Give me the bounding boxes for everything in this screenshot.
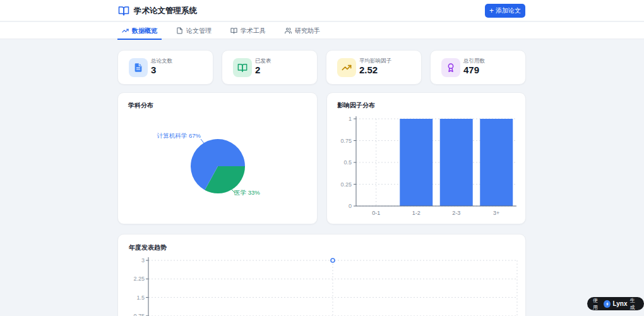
add-paper-label: 添加论文	[496, 6, 521, 15]
trending-up-icon	[337, 58, 356, 77]
tab-academic-tools[interactable]: 学术工具	[226, 22, 270, 39]
badge-prefix: 使用	[593, 297, 601, 311]
tab-bar: 数据概览 论文管理 学术工具 研究助手	[0, 22, 644, 39]
svg-text:3: 3	[141, 257, 145, 264]
yearly-trend-card: 年度发表趋势 32.251.50.75	[117, 234, 526, 316]
svg-text:1.5: 1.5	[136, 295, 145, 301]
page-title: 学术论文管理系统	[134, 0, 197, 21]
tab-research-assistant[interactable]: 研究助手	[280, 22, 325, 39]
pie-slice-label-cs: 计算机科学 67%	[118, 132, 201, 140]
svg-text:1-2: 1-2	[412, 210, 420, 216]
svg-text:0-1: 0-1	[372, 210, 380, 216]
svg-text:0.5: 0.5	[343, 159, 352, 166]
add-paper-button[interactable]: + 添加论文	[485, 4, 525, 18]
svg-text:1: 1	[349, 116, 352, 122]
svg-text:3+: 3+	[493, 210, 499, 216]
subject-pie-chart[interactable]	[118, 93, 318, 225]
svg-text:0.75: 0.75	[340, 138, 352, 144]
book-open-icon	[230, 27, 237, 34]
svg-text:0.25: 0.25	[340, 181, 352, 188]
stat-value: 3	[151, 64, 156, 75]
users-icon	[285, 27, 292, 34]
tab-data-overview[interactable]: 数据概览	[117, 22, 162, 39]
stat-value: 2.52	[359, 64, 378, 75]
badge-suffix: 生成	[630, 297, 638, 311]
impact-factor-bar-chart[interactable]: 00.250.50.7510-11-22-33+	[327, 93, 527, 225]
svg-text:0.75: 0.75	[133, 313, 145, 316]
impact-factor-distribution-card: 影响因子分布 00.250.50.7510-11-22-33+	[326, 92, 526, 224]
svg-text:2-3: 2-3	[452, 210, 460, 216]
lynx-logo-icon	[604, 300, 610, 308]
stat-card-avg-impact-factor: 平均影响因子 2.52	[326, 50, 422, 85]
tab-label: 研究助手	[295, 27, 320, 35]
pie-slice-label-medicine: 医学 33%	[234, 189, 260, 197]
svg-text:0: 0	[349, 203, 352, 209]
tab-label: 数据概览	[132, 27, 157, 35]
tab-label: 论文管理	[186, 27, 212, 35]
award-icon	[441, 58, 460, 77]
file-icon	[176, 27, 183, 34]
stat-card-total-papers: 总论文数 3	[117, 50, 213, 85]
stat-value: 2	[255, 64, 260, 75]
svg-text:2.25: 2.25	[133, 276, 145, 282]
book-open-icon	[118, 5, 129, 16]
plus-icon: +	[489, 7, 494, 15]
tab-paper-management[interactable]: 论文管理	[172, 22, 216, 39]
lynx-generated-badge[interactable]: 使用 Lynx 生成	[587, 297, 644, 310]
tab-label: 学术工具	[241, 27, 266, 35]
badge-brand: Lynx	[613, 300, 628, 307]
stat-value: 479	[463, 64, 479, 75]
stat-card-published: 已发表 2	[222, 50, 318, 85]
book-open-icon	[233, 58, 252, 77]
subject-distribution-card: 学科分布 计算机科学 67% 医学 33%	[117, 92, 318, 224]
app-header: 学术论文管理系统 + 添加论文	[0, 0, 644, 21]
file-text-icon	[129, 58, 148, 77]
trending-up-icon	[122, 27, 129, 34]
yearly-trend-line-chart[interactable]: 32.251.50.75	[118, 234, 527, 316]
stat-card-total-citations: 总引用数 479	[430, 50, 526, 85]
